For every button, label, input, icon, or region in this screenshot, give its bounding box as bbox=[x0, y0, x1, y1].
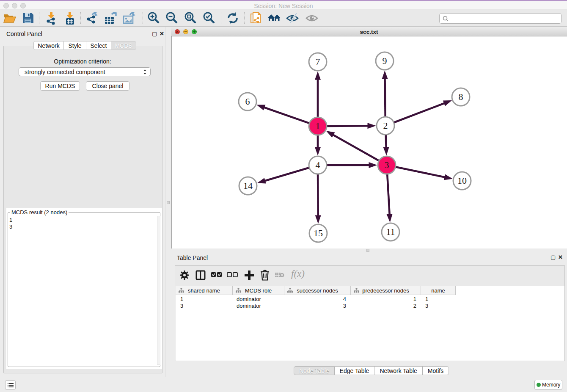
svg-text:1: 1 bbox=[316, 121, 320, 131]
svg-text:3: 3 bbox=[385, 160, 389, 170]
svg-text:8: 8 bbox=[459, 91, 463, 102]
svg-text:4: 4 bbox=[316, 160, 320, 170]
svg-text:6: 6 bbox=[245, 96, 250, 107]
svg-text:2: 2 bbox=[383, 120, 388, 131]
svg-text:7: 7 bbox=[316, 56, 320, 67]
svg-text:15: 15 bbox=[314, 228, 323, 238]
svg-text:14: 14 bbox=[243, 180, 253, 191]
svg-text:10: 10 bbox=[457, 175, 467, 186]
svg-text:9: 9 bbox=[383, 55, 387, 66]
svg-text:11: 11 bbox=[386, 226, 395, 237]
